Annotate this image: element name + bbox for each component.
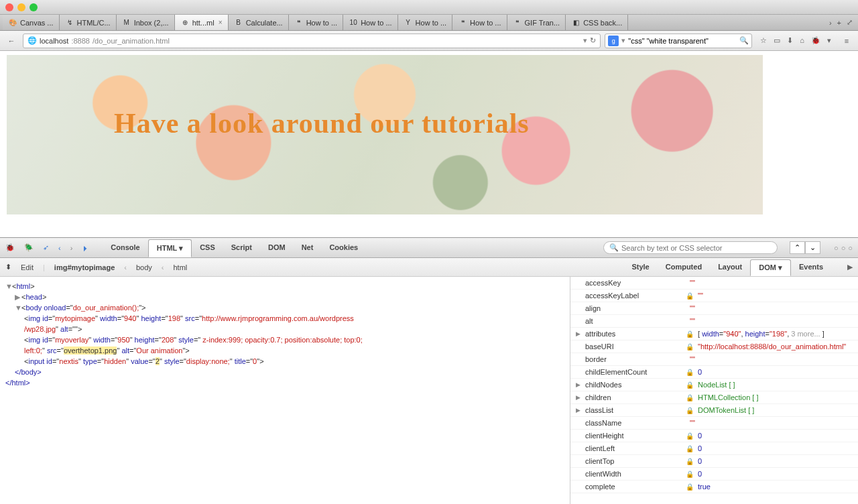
devtools-tab-script[interactable]: Script <box>223 239 260 257</box>
search-dropdown-icon[interactable]: ▾ <box>621 36 625 45</box>
close-window-icon[interactable] <box>5 3 13 11</box>
browser-tab[interactable]: MInbox (2,... <box>117 15 175 30</box>
search-engine-icon[interactable]: g <box>608 36 619 46</box>
prop-row[interactable]: accessKey"" <box>570 277 858 290</box>
devtools-tab-dom[interactable]: DOM <box>260 239 294 257</box>
pointer-icon[interactable]: ➶ <box>43 243 49 252</box>
browser-tabstrip: 🎨Canvas ...↯HTML/C...MInbox (2,...⊕htt..… <box>0 15 858 31</box>
prop-row[interactable]: align"" <box>570 302 858 315</box>
toolbar-icon[interactable]: ▾ <box>827 36 831 45</box>
toolbar-icon[interactable]: ⬇ <box>787 36 793 45</box>
devtools-search-input[interactable] <box>621 244 772 252</box>
browser-tab[interactable]: ⊕htt...ml× <box>175 15 229 30</box>
sidepanel-tab-dom[interactable]: DOM ▾ <box>750 259 791 276</box>
prop-row[interactable]: ▶children🔒HTMLCollection [ ] <box>570 391 858 404</box>
browser-tab[interactable]: 10How to ... <box>343 15 397 30</box>
tab-label: GIF Tran... <box>525 19 560 27</box>
browser-tab[interactable]: ❝How to ... <box>452 15 507 30</box>
src-input[interactable]: <input id="nextis" type="hidden" value="… <box>5 356 564 367</box>
toolbar-icon[interactable]: ⌂ <box>800 36 804 45</box>
nav-fwd-icon[interactable]: › <box>70 244 73 252</box>
site-identity-icon[interactable]: 🌐 <box>27 36 37 45</box>
sidepanel-tab-computed[interactable]: Computed <box>658 259 710 275</box>
firebug-icon[interactable]: 🐞 <box>5 243 15 252</box>
new-tab-button[interactable]: + <box>837 19 841 27</box>
devtools-tab-css[interactable]: CSS <box>192 239 223 257</box>
prop-row[interactable]: ▶classList🔒DOMTokenList [ ] <box>570 404 858 417</box>
edit-button[interactable]: Edit <box>21 263 34 271</box>
crumb-selected[interactable]: img#mytopimage <box>54 263 115 271</box>
browser-tab[interactable]: BCalculate... <box>229 15 289 30</box>
devtools-tab-cookies[interactable]: Cookies <box>321 239 366 257</box>
search-prev-button[interactable]: ⌃ <box>790 241 805 254</box>
browser-navbar: ← 🌐 localhost:8888/do_our_animation.html… <box>0 31 858 51</box>
devtools-search[interactable]: 🔍 <box>603 241 778 254</box>
favicon-icon: B <box>234 18 243 27</box>
tab-label: How to ... <box>416 19 446 27</box>
prop-row[interactable]: ▶childNodes🔒NodeList [ ] <box>570 379 858 391</box>
back-button[interactable]: ← <box>4 34 19 48</box>
browser-tab[interactable]: ◧CSS back... <box>566 15 628 30</box>
sidepanel-tab-style[interactable]: Style <box>623 259 657 275</box>
prop-row[interactable]: border"" <box>570 353 858 366</box>
crumb-body[interactable]: body <box>136 263 152 271</box>
window-titlebar <box>0 0 858 15</box>
panel-pop-icon[interactable]: ○ <box>841 244 846 252</box>
crumb-html[interactable]: html <box>174 263 188 271</box>
edit-toggle-icon[interactable]: ⬍ <box>5 263 11 271</box>
src-body-close[interactable]: </body> <box>5 367 564 377</box>
events-play-icon[interactable]: ▶ <box>847 263 853 271</box>
minimize-window-icon[interactable] <box>17 3 25 11</box>
crumb-sep: ‹ <box>124 263 127 271</box>
menu-button[interactable]: ≡ <box>839 34 854 48</box>
devtools-tab-console[interactable]: Console <box>103 239 147 257</box>
devtools-tab-html[interactable]: HTML ▾ <box>148 239 192 257</box>
search-next-button[interactable]: ⌄ <box>805 241 820 254</box>
dom-properties-panel[interactable]: accessKey""accessKeyLabel🔒""align""alt""… <box>570 277 858 504</box>
browser-tab[interactable]: ❝GIF Tran... <box>507 15 566 30</box>
src-img1[interactable]: <img id="mytopimage" width="940" height=… <box>5 313 564 334</box>
url-dropdown-icon[interactable]: ▾ <box>583 36 587 45</box>
tab-overflow-icon[interactable]: › <box>829 19 832 27</box>
prop-row[interactable]: accessKeyLabel🔒"" <box>570 290 858 302</box>
html-source-panel[interactable]: ▼<html> ▶<head> ▼<body onload="do_our_an… <box>0 277 570 504</box>
browser-tab[interactable]: ❝How to ... <box>289 15 343 30</box>
devtools-panel: 🐞 🪲 ➶ ‹ › ⏵ ConsoleHTML ▾CSSScriptDOMNet… <box>0 237 858 504</box>
src-html-close[interactable]: </html> <box>5 377 564 388</box>
address-bar[interactable]: 🌐 localhost:8888/do_our_animation.html ▾… <box>23 34 601 48</box>
sidepanel-tab-layout[interactable]: Layout <box>710 259 750 275</box>
browser-tab[interactable]: 🎨Canvas ... <box>3 15 60 30</box>
devtools-tab-net[interactable]: Net <box>294 239 322 257</box>
toolbar-icon[interactable]: ☆ <box>760 36 767 45</box>
search-bar[interactable]: g ▾ 🔍 <box>605 34 752 48</box>
tab-label: Canvas ... <box>20 19 54 27</box>
prop-row[interactable]: ▶attributes🔒[ width="940", height="198",… <box>570 328 858 340</box>
toolbar-icon[interactable]: 🐞 <box>811 36 820 45</box>
inspect-icon[interactable]: 🪲 <box>24 243 34 252</box>
prop-row[interactable]: clientLeft🔒0 <box>570 442 858 455</box>
browser-tab[interactable]: ↯HTML/C... <box>60 15 117 30</box>
prop-row[interactable]: className"" <box>570 417 858 430</box>
prop-row[interactable]: childElementCount🔒0 <box>570 366 858 379</box>
tab-close-icon[interactable]: × <box>219 19 223 26</box>
favicon-icon: ↯ <box>65 18 74 27</box>
prop-row[interactable]: clientHeight🔒0 <box>570 430 858 442</box>
prop-row[interactable]: alt"" <box>570 315 858 328</box>
search-input[interactable] <box>628 37 737 45</box>
prop-row[interactable]: complete🔒true <box>570 481 858 493</box>
prop-row[interactable]: clientTop🔒0 <box>570 455 858 468</box>
nav-back-icon[interactable]: ‹ <box>58 244 61 252</box>
search-go-icon[interactable]: 🔍 <box>739 36 749 45</box>
panel-close-icon[interactable]: ○ <box>848 244 853 252</box>
browser-tab[interactable]: YHow to ... <box>398 15 452 30</box>
prop-row[interactable]: baseURI🔒"http://localhost:8888/do_our_an… <box>570 340 858 353</box>
prop-row[interactable]: clientWidth🔒0 <box>570 468 858 481</box>
reload-button[interactable]: ↻ <box>590 36 596 45</box>
src-img2[interactable]: <img id="myoverlay" width="950" height="… <box>5 334 564 356</box>
toolbar-icon[interactable]: ▭ <box>774 36 780 45</box>
step-icon[interactable]: ⏵ <box>82 244 89 252</box>
sidepanel-tab-events[interactable]: Events <box>791 259 831 275</box>
fullscreen-icon[interactable]: ⤢ <box>847 18 853 27</box>
panel-min-icon[interactable]: ○ <box>834 244 839 252</box>
zoom-window-icon[interactable] <box>29 3 38 11</box>
